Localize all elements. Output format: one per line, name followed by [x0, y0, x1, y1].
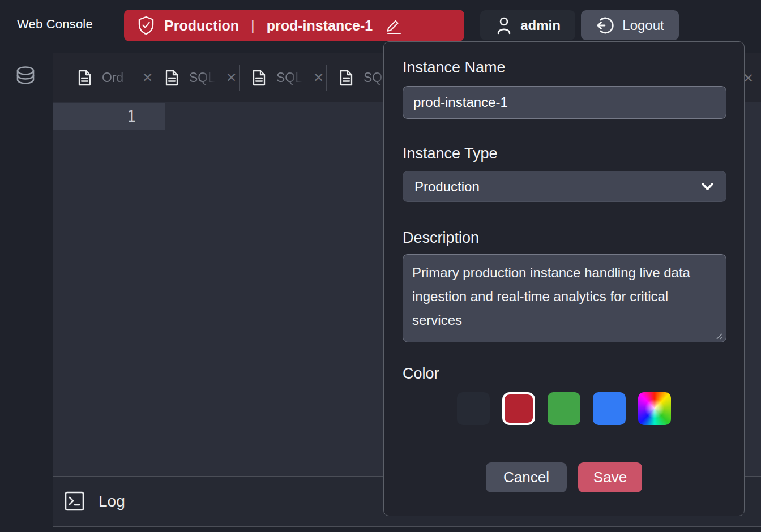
user-icon: [495, 16, 513, 35]
tab-label: Ord: [102, 70, 132, 85]
terminal-icon: [64, 491, 85, 512]
color-swatch-custom[interactable]: [638, 392, 671, 425]
logout-button[interactable]: Logout: [581, 10, 679, 40]
save-button[interactable]: Save: [578, 462, 642, 492]
instance-type-label: Production: [164, 18, 239, 34]
tab-label: SQL: [189, 70, 216, 85]
badge-separator: |: [251, 17, 255, 35]
tab-label: SQL: [276, 70, 303, 85]
chevron-down-icon: [700, 182, 715, 192]
app-title: Web Console: [17, 17, 93, 32]
instance-type-selected-value: Production: [414, 179, 480, 195]
resize-grip-icon[interactable]: [715, 332, 722, 340]
color-swatch-blue[interactable]: [593, 392, 626, 425]
tab-divider: [326, 65, 327, 91]
instance-type-field-label: Instance Type: [403, 144, 725, 163]
bottom-divider: [53, 526, 761, 527]
tab-orders[interactable]: Ord ✕: [77, 53, 153, 102]
edit-instance-modal: Instance Name Instance Type Production D…: [383, 41, 745, 516]
instance-name-input[interactable]: [403, 86, 726, 119]
color-field-label: Color: [403, 364, 725, 383]
instance-name-field-label: Instance Name: [403, 58, 725, 77]
tab-close-icon[interactable]: ✕: [313, 71, 324, 84]
description-textarea-wrap: Primary production instance handling liv…: [403, 254, 725, 342]
log-panel-label: Log: [99, 492, 125, 510]
file-icon: [251, 69, 267, 87]
color-swatch-row: [403, 392, 725, 425]
instance-name-label: prod-instance-1: [267, 18, 373, 34]
tab-divider: [152, 65, 152, 91]
tab-divider: [239, 65, 240, 91]
modal-actions: Cancel Save: [403, 462, 725, 492]
edit-pencil-icon[interactable]: [386, 16, 403, 35]
color-swatch-red[interactable]: [502, 392, 535, 425]
user-button[interactable]: admin: [480, 10, 575, 40]
file-icon: [77, 69, 92, 87]
tab-close-icon[interactable]: ✕: [226, 71, 237, 84]
cancel-button[interactable]: Cancel: [486, 462, 567, 492]
description-field-label: Description: [403, 228, 725, 247]
left-sidebar: [0, 53, 53, 532]
instance-badge[interactable]: Production | prod-instance-1: [124, 10, 464, 41]
active-line-gutter: 1: [53, 103, 165, 130]
file-icon: [339, 69, 354, 87]
tab-sql-2[interactable]: SQL ✕: [251, 53, 324, 102]
color-swatch-green[interactable]: [548, 392, 580, 425]
description-textarea[interactable]: Primary production instance handling liv…: [403, 254, 726, 342]
user-name: admin: [520, 18, 561, 33]
color-swatch-default[interactable]: [457, 392, 490, 425]
logout-icon: [596, 16, 615, 35]
database-icon[interactable]: [14, 65, 37, 91]
tab-sql-1[interactable]: SQL ✕: [164, 53, 237, 102]
instance-type-select[interactable]: Production: [403, 171, 726, 202]
shield-check-icon: [138, 16, 155, 35]
logout-label: Logout: [622, 18, 664, 33]
file-icon: [164, 69, 179, 87]
line-number: 1: [127, 108, 136, 125]
